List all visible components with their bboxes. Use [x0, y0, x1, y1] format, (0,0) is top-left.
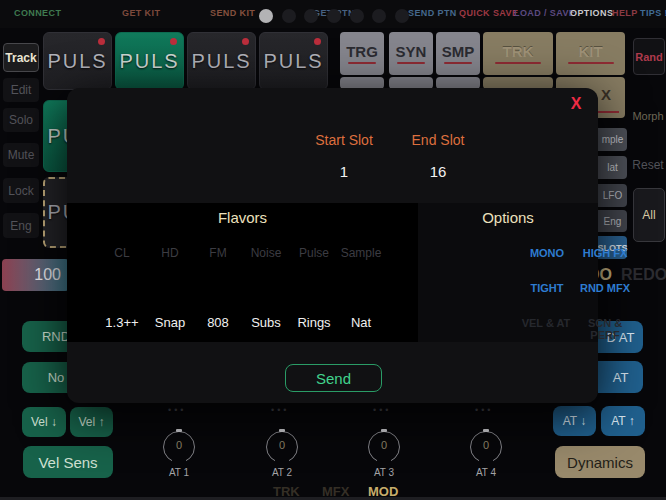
tab-trg[interactable]: TRG — [340, 32, 384, 75]
ellipsis-icon: ••• — [373, 405, 391, 415]
flavor-subs[interactable]: Subs — [242, 315, 290, 330]
tab-label: TRG — [346, 43, 378, 60]
start-slot-value[interactable]: 1 — [294, 163, 394, 180]
tips-button[interactable]: TIPS ! — [640, 8, 666, 18]
knob-value: 0 — [163, 439, 195, 451]
send-ptn-button[interactable]: SEND PTN — [408, 8, 457, 18]
send-kit-button[interactable]: SEND KIT — [210, 8, 255, 18]
tab-label: TRK — [503, 43, 534, 60]
sidebar-item-track[interactable]: Track — [3, 43, 39, 72]
load-save-button[interactable]: LOAD / SAVE — [514, 8, 575, 18]
tab-label: X — [601, 86, 611, 103]
page-dot-1[interactable] — [259, 9, 273, 23]
pad-status-dot — [242, 38, 249, 45]
knob-label: AT 1 — [149, 467, 209, 478]
connect-button[interactable]: CONNECT — [14, 8, 61, 18]
close-icon[interactable]: X — [564, 95, 588, 115]
at-up-button[interactable]: AT ↑ — [601, 406, 645, 436]
flavor-13pp[interactable]: 1.3++ — [98, 315, 146, 330]
tab-underline — [568, 62, 614, 64]
tab-label: SYN — [396, 43, 427, 60]
flavor-snap[interactable]: Snap — [146, 315, 194, 330]
reset-button[interactable]: Reset — [630, 145, 666, 185]
knob-at4[interactable]: 0 AT 4 — [470, 431, 502, 463]
option-vel-at[interactable]: VEL & AT — [515, 317, 577, 329]
knob-tick — [483, 429, 489, 432]
eng-button-partial[interactable]: Eng — [598, 210, 627, 232]
sidebar-item-eng[interactable]: Eng — [3, 213, 39, 238]
flavor-rings[interactable]: Rings — [290, 315, 338, 330]
at-down-button[interactable]: AT ↓ — [553, 406, 596, 436]
options-button[interactable]: OPTIONS — [570, 8, 613, 18]
track-pad-2[interactable]: PULS — [115, 32, 184, 90]
pad-status-dot — [98, 38, 105, 45]
sidebar-item-edit[interactable]: Edit — [3, 78, 39, 102]
tab-label: SMP — [442, 43, 475, 60]
lat-button-partial[interactable]: lat — [598, 156, 627, 179]
tab-kit[interactable]: KIT — [556, 32, 625, 75]
knob-label: AT 4 — [456, 467, 516, 478]
ellipsis-icon: ••• — [168, 405, 186, 415]
pad-label: PULS — [119, 50, 179, 73]
track-pad-3[interactable]: PULS — [187, 32, 256, 90]
flavor-noise[interactable]: Noise — [242, 246, 290, 260]
flavors-panel: Flavors CL HD FM Noise Pulse Sample 1.3+… — [67, 203, 418, 342]
randomizer-dialog: X Start Slot End Slot 1 16 Flavors CL HD… — [67, 88, 598, 403]
track-pad-4[interactable]: PULS — [259, 32, 328, 90]
velocity-value-slider[interactable]: 100 — [2, 259, 69, 291]
sample-button-partial[interactable]: mple — [598, 128, 627, 151]
knob-tick — [381, 429, 387, 432]
help-button[interactable]: HELP — [612, 8, 638, 18]
knob-label: AT 3 — [354, 467, 414, 478]
options-panel: Options MONO HIGH FX TIGHT RND MFX VEL &… — [418, 203, 598, 342]
all-button[interactable]: All — [633, 188, 665, 242]
ellipsis-icon: ••• — [475, 405, 493, 415]
vel-sens-button[interactable]: Vel Sens — [23, 446, 113, 478]
page-dot-3[interactable] — [304, 9, 318, 23]
tab-smp[interactable]: SMP — [436, 32, 480, 75]
flavor-808[interactable]: 808 — [194, 315, 242, 330]
vel-up-button[interactable]: Vel ↑ — [70, 407, 113, 437]
flavor-fm[interactable]: FM — [194, 246, 242, 260]
flavor-pulse[interactable]: Pulse — [290, 246, 338, 260]
end-slot-value[interactable]: 16 — [388, 163, 488, 180]
tab-trk[interactable]: TRK — [483, 32, 553, 75]
morph-button[interactable]: Morph — [630, 96, 666, 136]
sidebar-item-lock[interactable]: Lock — [3, 178, 39, 203]
page-dot-4[interactable] — [327, 9, 341, 23]
page-dot-2[interactable] — [282, 9, 296, 23]
rand-button[interactable]: Rand — [633, 38, 665, 75]
sidebar-item-mute[interactable]: Mute — [3, 143, 39, 167]
option-high-fx[interactable]: HIGH FX — [574, 247, 636, 259]
option-tight[interactable]: TIGHT — [516, 282, 578, 294]
vel-down-button[interactable]: Vel ↓ — [22, 407, 66, 437]
option-mono[interactable]: MONO — [516, 247, 578, 259]
options-title: Options — [418, 209, 598, 226]
page-dot-6[interactable] — [372, 9, 386, 23]
knob-label: AT 2 — [252, 467, 312, 478]
lfo-button-partial[interactable]: LFO — [598, 184, 627, 207]
pad-label: PULS — [263, 50, 323, 73]
knob-at1[interactable]: 0 AT 1 — [163, 431, 195, 463]
get-kit-button[interactable]: GET KIT — [122, 8, 160, 18]
knob-at2[interactable]: 0 AT 2 — [266, 431, 298, 463]
top-bar: CONNECT GET KIT SEND KIT GET PTN SEND PT… — [0, 0, 666, 28]
option-scn-perf[interactable]: SCN & PERF — [574, 317, 636, 341]
flavor-hd[interactable]: HD — [146, 246, 194, 260]
dynamics-button[interactable]: Dynamics — [555, 446, 645, 478]
knob-at3[interactable]: 0 AT 3 — [368, 431, 400, 463]
page-dot-7[interactable] — [395, 9, 409, 23]
tab-syn[interactable]: SYN — [389, 32, 433, 75]
quick-save-button[interactable]: QUICK SAVE — [459, 8, 518, 18]
sidebar-item-solo[interactable]: Solo — [3, 108, 39, 132]
send-button[interactable]: Send — [285, 364, 382, 392]
flavor-cl[interactable]: CL — [98, 246, 146, 260]
knob-tick — [176, 429, 182, 432]
flavor-nat[interactable]: Nat — [337, 315, 385, 330]
track-pad-1[interactable]: PULS — [43, 32, 112, 90]
option-rnd-mfx[interactable]: RND MFX — [574, 282, 636, 294]
no-at-button-partial[interactable]: AT — [598, 361, 643, 393]
flavors-title: Flavors — [67, 209, 418, 226]
flavor-sample[interactable]: Sample — [337, 246, 385, 260]
page-dot-5[interactable] — [350, 9, 364, 23]
